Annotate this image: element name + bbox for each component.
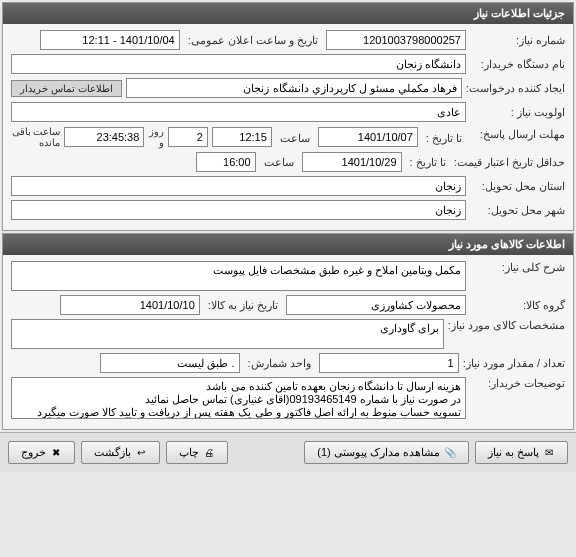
spec-textarea[interactable] <box>11 319 444 349</box>
to-date-label-2: تا تاریخ : <box>410 156 446 169</box>
province-label: استان محل تحویل: <box>470 180 565 193</box>
reply-icon: ✉ <box>543 447 555 459</box>
remaining-label: ساعت باقی مانده <box>11 126 60 148</box>
back-button[interactable]: ↩ بازگشت <box>81 441 160 464</box>
back-label: بازگشت <box>94 446 131 459</box>
priority-label: اولویت نیاز : <box>470 106 565 119</box>
need-details-panel: جزئیات اطلاعات نیاز شماره نیاز: تاریخ و … <box>2 2 574 231</box>
need-date-input[interactable] <box>60 295 200 315</box>
panel2-body: شرح کلی نیاز: گروه کالا: تاریخ نیاز به ک… <box>3 255 573 429</box>
province-input[interactable] <box>11 176 466 196</box>
deadline-date-input[interactable] <box>318 127 418 147</box>
time-label-1: ساعت <box>280 130 310 145</box>
print-label: چاپ <box>179 446 199 459</box>
unit-input[interactable] <box>100 353 240 373</box>
panel1-body: شماره نیاز: تاریخ و ساعت اعلان عمومی: نا… <box>3 24 573 230</box>
bottom-bar: ✉ پاسخ به نیاز 📎 مشاهده مدارک پیوستی (1)… <box>0 432 576 472</box>
panel1-header: جزئیات اطلاعات نیاز <box>3 3 573 24</box>
deadline-time-input[interactable] <box>212 127 272 147</box>
days-remaining-input[interactable] <box>168 127 208 147</box>
need-no-input[interactable] <box>326 30 466 50</box>
deadline-label: مهلت ارسال پاسخ: <box>470 126 565 141</box>
days-label: روز و <box>148 126 163 148</box>
priority-input[interactable] <box>11 102 466 122</box>
city-label: شهر محل تحویل: <box>470 204 565 217</box>
buyer-contact-button[interactable]: اطلاعات تماس خریدار <box>11 80 122 97</box>
back-icon: ↩ <box>135 447 147 459</box>
announce-input[interactable] <box>40 30 180 50</box>
validity-time-input[interactable] <box>196 152 256 172</box>
attachments-button[interactable]: 📎 مشاهده مدارک پیوستی (1) <box>304 441 469 464</box>
need-no-label: شماره نیاز: <box>470 34 565 47</box>
exit-icon: ✖ <box>50 447 62 459</box>
city-input[interactable] <box>11 200 466 220</box>
creator-input[interactable] <box>126 78 462 98</box>
goods-info-panel: اطلاعات کالاهای مورد نیاز شرح کلی نیاز: … <box>2 233 574 430</box>
need-date-label: تاریخ نیاز به کالا: <box>208 299 278 312</box>
unit-label: واحد شمارش: <box>248 357 311 370</box>
group-input[interactable] <box>286 295 466 315</box>
group-label: گروه کالا: <box>470 299 565 312</box>
hours-remaining-input[interactable] <box>64 127 144 147</box>
desc-textarea[interactable] <box>11 261 466 291</box>
validity-date-input[interactable] <box>302 152 402 172</box>
exit-button[interactable]: ✖ خروج <box>8 441 75 464</box>
attachment-icon: 📎 <box>444 447 456 459</box>
creator-label: ایجاد کننده درخواست: <box>466 82 565 95</box>
attachments-label: مشاهده مدارک پیوستی (1) <box>317 446 440 459</box>
validity-label: حداقل تاریخ اعتبار قیمت: <box>454 156 565 169</box>
buyer-org-label: نام دستگاه خریدار: <box>470 58 565 71</box>
desc-label: شرح کلی نیاز: <box>470 261 565 274</box>
announce-label: تاریخ و ساعت اعلان عمومی: <box>188 34 318 47</box>
panel2-header: اطلاعات کالاهای مورد نیاز <box>3 234 573 255</box>
print-button[interactable]: 🖨 چاپ <box>166 441 228 464</box>
to-date-label-1: تا تاریخ : <box>426 130 462 145</box>
buyer-org-input[interactable] <box>11 54 466 74</box>
qty-input[interactable] <box>319 353 459 373</box>
buyer-note-label: توضیحات خریدار: <box>470 377 565 390</box>
exit-label: خروج <box>21 446 46 459</box>
time-label-2: ساعت <box>264 156 294 169</box>
qty-label: تعداد / مقدار مورد نیاز: <box>463 357 565 370</box>
reply-label: پاسخ به نیاز <box>488 446 539 459</box>
buyer-note-textarea[interactable] <box>11 377 466 419</box>
spec-label: مشخصات کالای مورد نیاز: <box>448 319 565 332</box>
reply-button[interactable]: ✉ پاسخ به نیاز <box>475 441 568 464</box>
print-icon: 🖨 <box>203 447 215 459</box>
